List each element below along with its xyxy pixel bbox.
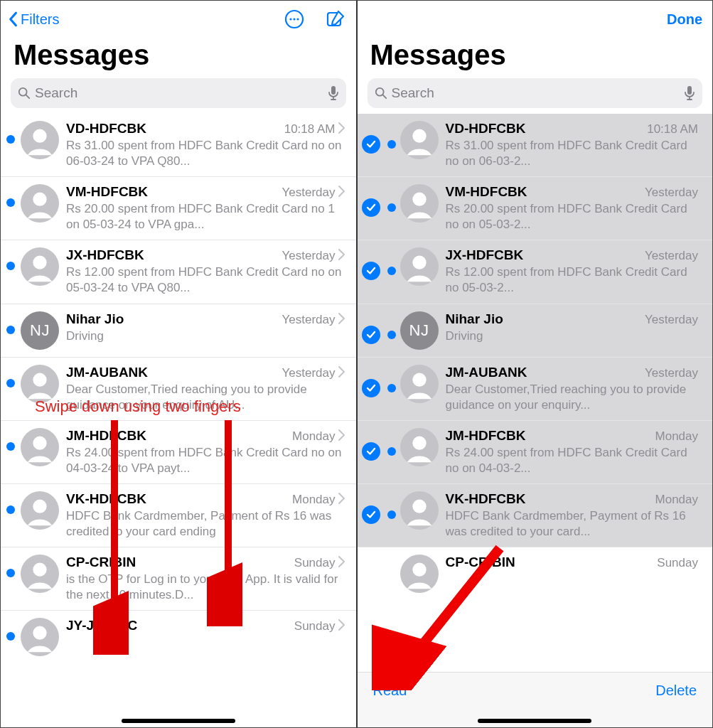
avatar: [400, 428, 439, 466]
unread-dot: [6, 632, 15, 641]
time-label: Yesterday: [645, 366, 698, 380]
svg-point-16: [33, 436, 46, 449]
sender-name: JX-HDFCBK: [446, 247, 524, 263]
conversation-row[interactable]: NJNihar JioYesterdayDriving: [1, 304, 356, 358]
avatar: [400, 247, 439, 286]
svg-rect-6: [331, 86, 336, 95]
message-preview: Rs 24.00 spent from HDFC Bank Credit Car…: [446, 445, 699, 476]
time-label: Monday: [292, 493, 335, 507]
message-preview: Driving: [446, 328, 699, 344]
conversation-row[interactable]: JM-HDFCBKMondayRs 24.00 spent from HDFC …: [358, 421, 713, 484]
conversation-row[interactable]: VK-HDFCBKMondayHDFC Bank Cardmember, Pay…: [358, 484, 713, 547]
sender-name: Nihar Jio: [446, 311, 503, 327]
unread-dot: [6, 379, 15, 387]
sender-name: VD-HDFCBK: [66, 121, 146, 136]
message-preview: Rs 20.00 spent from HDFC Bank Credit Car…: [446, 201, 699, 232]
message-preview: Rs 31.00 spent from HDFC Bank Credit Car…: [66, 138, 345, 169]
avatar: NJ: [21, 311, 59, 350]
mic-icon[interactable]: [684, 85, 695, 101]
unread-dot: [6, 198, 15, 207]
selection-checkmark[interactable]: [362, 505, 380, 524]
avatar: [400, 184, 439, 223]
svg-rect-26: [687, 86, 692, 95]
compose-button[interactable]: [325, 9, 346, 30]
more-button[interactable]: [284, 9, 305, 30]
time-label: Sunday: [657, 556, 698, 570]
navbar: Filters: [1, 1, 356, 38]
unread-dot: [6, 569, 15, 577]
conversation-row[interactable]: JM-HDFCBKMondayRs 24.00 spent from HDFC …: [1, 421, 356, 484]
search-field[interactable]: [11, 78, 346, 108]
avatar: [400, 365, 439, 403]
conversation-row[interactable]: JX-HDFCBKYesterdayRs 12.00 spent from HD…: [1, 240, 356, 304]
sender-name: Nihar Jio: [66, 311, 124, 327]
svg-point-20: [33, 563, 46, 577]
svg-point-38: [412, 500, 426, 513]
time-label: Yesterday: [282, 186, 336, 200]
chevron-right-icon: [338, 493, 345, 507]
unread-dot: [6, 262, 15, 270]
svg-point-3: [296, 18, 299, 20]
svg-point-32: [412, 256, 426, 269]
conversation-row[interactable]: VM-HDFCBKYesterdayRs 20.00 spent from HD…: [1, 177, 356, 240]
conversation-row[interactable]: VM-HDFCBKYesterdayRs 20.00 spent from HD…: [358, 177, 713, 240]
conversation-row[interactable]: VK-HDFCBKMondayHDFC Bank Cardmember, Pay…: [1, 484, 356, 547]
done-button[interactable]: Done: [667, 11, 702, 28]
message-preview: Dear Customer,Tried reaching you to prov…: [446, 382, 699, 413]
unread-dot: [387, 510, 396, 519]
unread-dot: [6, 326, 15, 334]
sender-name: VK-HDFCBK: [446, 491, 526, 507]
svg-point-36: [412, 436, 426, 449]
search-field[interactable]: [368, 78, 703, 108]
conversation-row[interactable]: JX-HDFCBKYesterdayRs 12.00 spent from HD…: [358, 240, 713, 304]
home-indicator[interactable]: [122, 719, 235, 723]
chevron-right-icon: [338, 122, 345, 136]
selection-checkmark[interactable]: [362, 379, 380, 397]
ellipsis-circle-icon: [284, 9, 305, 30]
conversation-row[interactable]: CP-CRIBINSunday is the OTP for Log in to…: [1, 547, 356, 611]
conversation-row[interactable]: NJNihar JioYesterdayDriving: [358, 304, 713, 358]
svg-point-30: [412, 193, 426, 206]
conversation-row[interactable]: JM-AUBANKYesterdayDear Customer,Tried re…: [358, 358, 713, 421]
sender-name: VD-HDFCBK: [446, 121, 526, 136]
selection-checkmark[interactable]: [362, 326, 380, 344]
home-indicator[interactable]: [478, 719, 591, 723]
svg-point-14: [33, 373, 46, 386]
svg-line-41: [400, 548, 500, 673]
chevron-right-icon: [338, 429, 345, 444]
svg-point-1: [289, 18, 291, 20]
svg-point-8: [33, 129, 46, 143]
conversation-list[interactable]: VD-HDFCBK10:18 AMRs 31.00 spent from HDF…: [1, 114, 356, 727]
selection-checkmark[interactable]: [362, 442, 380, 461]
avatar: [21, 247, 59, 286]
chevron-left-icon: [8, 11, 18, 27]
time-label: Sunday: [294, 556, 336, 570]
navbar: Done: [358, 1, 713, 38]
time-label: Sunday: [294, 619, 336, 633]
chevron-right-icon: [338, 366, 345, 380]
svg-point-2: [293, 18, 295, 20]
sender-name: VM-HDFCBK: [66, 184, 148, 200]
chevron-right-icon: [338, 619, 345, 633]
time-label: 10:18 AM: [647, 122, 698, 136]
message-preview: Driving: [66, 328, 345, 344]
filters-button[interactable]: Filters: [8, 11, 59, 28]
svg-point-12: [33, 256, 46, 269]
selection-checkmark[interactable]: [362, 262, 380, 280]
conversation-row[interactable]: JY-JIOVOCSunday: [1, 611, 356, 663]
search-input[interactable]: [35, 85, 328, 101]
time-label: 10:18 AM: [284, 122, 336, 136]
avatar: [400, 121, 439, 159]
svg-point-22: [33, 626, 46, 640]
selection-checkmark[interactable]: [362, 198, 380, 217]
conversation-row[interactable]: VD-HDFCBK10:18 AMRs 31.00 spent from HDF…: [1, 114, 356, 177]
search-input[interactable]: [392, 85, 685, 101]
annotation-arrow-left: [93, 420, 136, 655]
selection-checkmark[interactable]: [362, 135, 380, 154]
delete-button[interactable]: Delete: [655, 682, 697, 699]
svg-point-10: [33, 193, 46, 206]
conversation-row[interactable]: VD-HDFCBK10:18 AMRs 31.00 spent from HDF…: [358, 114, 713, 177]
mic-icon[interactable]: [328, 85, 339, 101]
sender-name: VM-HDFCBK: [446, 184, 527, 200]
annotation-text: Swipe down using two fingers: [35, 397, 241, 416]
